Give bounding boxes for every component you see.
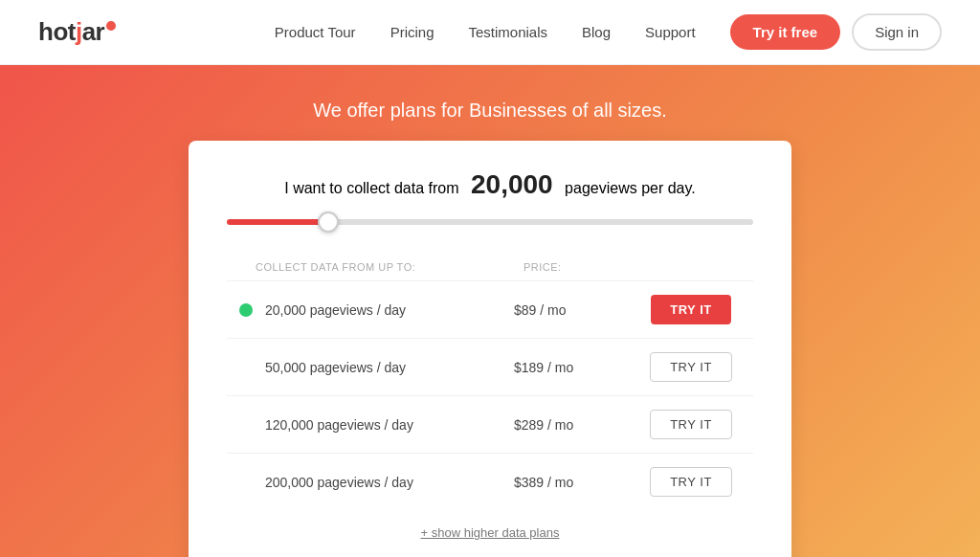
col-header-plan: COLLECT DATA FROM UP TO: [256, 261, 523, 273]
table-row: 200,000 pageviews / day $389 / mo TRY IT [227, 453, 753, 510]
nav-pricing[interactable]: Pricing [390, 24, 434, 40]
plan-price-2: $289 / mo [514, 417, 638, 433]
plan-action-1: TRY IT [638, 352, 744, 382]
plan-name-2: 120,000 pageviews / day [265, 417, 514, 433]
show-more-link[interactable]: + show higher data plans [421, 525, 560, 540]
pageviews-slider[interactable] [227, 219, 753, 225]
plan-price-3: $389 / mo [514, 475, 638, 490]
table-row: 50,000 pageviews / day $189 / mo TRY IT [227, 338, 753, 395]
nav-support[interactable]: Support [645, 24, 696, 40]
nav-testimonials[interactable]: Testimonials [468, 24, 547, 40]
row-indicator-3 [236, 476, 256, 489]
plan-action-2: TRY IT [638, 410, 744, 439]
header-actions: Try it free Sign in [730, 13, 942, 51]
row-indicator-2 [236, 418, 256, 432]
plan-name-1: 50,000 pageviews / day [265, 360, 514, 375]
pricing-card: I want to collect data from 20,000 pagev… [189, 141, 791, 557]
main-nav: Product Tour Pricing Testimonials Blog S… [275, 24, 696, 40]
table-header: COLLECT DATA FROM UP TO: PRICE: [227, 256, 753, 277]
try-it-button-0[interactable]: TRY IT [651, 295, 730, 324]
slider-label-suffix: pageviews per day. [565, 180, 696, 196]
active-dot [239, 303, 253, 317]
try-free-button[interactable]: Try it free [730, 14, 841, 50]
plan-price-1: $189 / mo [514, 360, 638, 375]
header: hotjar Product Tour Pricing Testimonials… [0, 0, 980, 65]
slider-section: I want to collect data from 20,000 pagev… [227, 169, 753, 229]
col-header-action [648, 261, 753, 273]
hero-banner: We offer plans for Businesses of all siz… [38, 84, 942, 141]
plan-action-3: TRY IT [638, 467, 744, 497]
slider-container [227, 212, 753, 229]
nav-blog[interactable]: Blog [582, 24, 611, 40]
plan-action-0: TRY IT [638, 295, 744, 324]
main-content: We offer plans for Businesses of all siz… [0, 65, 980, 557]
plan-name-0: 20,000 pageviews / day [265, 302, 514, 318]
hero-text: We offer plans for Businesses of all siz… [313, 100, 666, 121]
logo-dot: j [76, 17, 82, 46]
try-it-button-2[interactable]: TRY IT [650, 410, 732, 439]
plan-price-0: $89 / mo [514, 302, 638, 318]
table-row: 120,000 pageviews / day $289 / mo TRY IT [227, 395, 753, 453]
logo: hotjar [38, 17, 116, 47]
row-indicator-active [236, 303, 256, 317]
col-header-price: PRICE: [523, 261, 648, 273]
try-it-button-1[interactable]: TRY IT [650, 352, 732, 382]
sign-in-button[interactable]: Sign in [852, 13, 942, 51]
plan-name-3: 200,000 pageviews / day [265, 475, 514, 490]
slider-label-prefix: I want to collect data from [284, 180, 458, 196]
table-row: 20,000 pageviews / day $89 / mo TRY IT [227, 280, 753, 338]
row-indicator-1 [236, 361, 256, 374]
show-more-section: + show higher data plans [227, 524, 753, 541]
slider-label-row: I want to collect data from 20,000 pagev… [227, 169, 753, 200]
try-it-button-3[interactable]: TRY IT [650, 467, 732, 497]
logo-text: hotjar [38, 17, 116, 47]
slider-value: 20,000 [471, 169, 553, 199]
logo-icon [106, 21, 116, 31]
nav-product-tour[interactable]: Product Tour [275, 24, 356, 40]
